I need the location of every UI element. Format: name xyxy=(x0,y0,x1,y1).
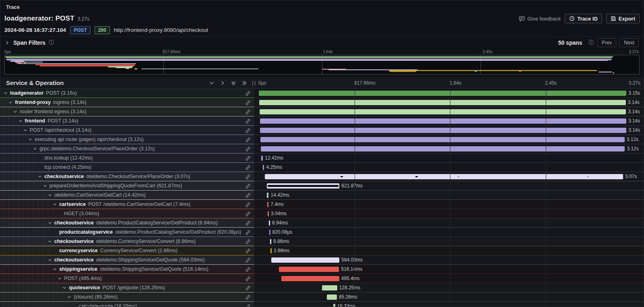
span-duration-bar[interactable]: 8.86ms xyxy=(270,239,271,244)
expand-one-icon[interactable] xyxy=(220,80,225,86)
span-duration-bar[interactable]: 3.12s xyxy=(260,137,625,142)
span-row[interactable]: frontend POST (3.14s) 3.14s xyxy=(0,116,644,126)
span-link-icon[interactable] xyxy=(245,174,251,180)
span-link-icon[interactable] xyxy=(245,257,251,263)
span-row[interactable]: quoteservice POST /getquote (128.25ms) 1… xyxy=(0,283,644,292)
span-row[interactable]: checkoutservice oteldemo.ProductCatalogS… xyxy=(0,218,644,228)
chevron-down-icon[interactable] xyxy=(48,239,53,243)
span-row[interactable]: executing api route (pages) /api/checkou… xyxy=(0,135,644,144)
span-duration-bar[interactable]: 3.15s xyxy=(259,91,626,96)
span-row[interactable]: checkoutservice oteldemo.ShippingService… xyxy=(0,255,644,265)
collapse-all-icon[interactable] xyxy=(231,80,236,86)
span-link-icon[interactable] xyxy=(245,285,251,291)
span-link-icon[interactable] xyxy=(245,183,251,189)
chevron-down-icon[interactable] xyxy=(48,221,53,225)
span-link-icon[interactable] xyxy=(245,192,251,198)
span-link-icon[interactable] xyxy=(245,90,251,96)
span-link-icon[interactable] xyxy=(245,276,251,282)
span-row[interactable]: grpc.oteldemo.CheckoutService/PlaceOrder… xyxy=(0,144,644,154)
chevron-down-icon[interactable] xyxy=(43,184,48,188)
chevron-down-icon[interactable] xyxy=(48,193,53,197)
chevron-down-icon[interactable] xyxy=(53,267,58,271)
chevron-down-icon[interactable] xyxy=(19,119,24,123)
chevron-down-icon[interactable] xyxy=(38,174,43,178)
span-duration-bar[interactable]: 12.42ms xyxy=(261,156,263,161)
minimap-canvas[interactable] xyxy=(4,55,640,75)
span-link-icon[interactable] xyxy=(245,127,251,133)
span-link-icon[interactable] xyxy=(245,220,251,226)
chevron-down-icon[interactable] xyxy=(53,202,58,206)
span-link-icon[interactable] xyxy=(245,248,251,254)
span-row[interactable]: checkoutservice oteldemo.CheckoutService… xyxy=(0,172,644,181)
chevron-down-icon[interactable] xyxy=(62,286,68,290)
span-duration-bar[interactable]: 584.03ms xyxy=(271,257,339,263)
chevron-down-icon[interactable] xyxy=(33,147,38,151)
span-row[interactable]: router frontend egress (3.14s) 3.14s xyxy=(0,107,644,116)
span-row[interactable]: calculate-quote (16.33ms) 16.33ms xyxy=(0,302,644,307)
span-link-icon[interactable] xyxy=(245,109,251,115)
filters-expand-chevron-icon[interactable] xyxy=(5,40,9,46)
span-duration-bar[interactable]: 621.87ms xyxy=(267,183,339,189)
span-row[interactable]: frontend-proxy ingress (3.14s) 3.14s xyxy=(0,98,644,107)
span-row[interactable]: loadgenerator POST (3.15s) 3.15s xyxy=(0,89,644,98)
span-duration-bar[interactable]: 820.08μs xyxy=(269,230,270,235)
expand-all-icon[interactable] xyxy=(242,80,247,86)
span-row[interactable]: POST /api/checkout (3.14s) 3.14s xyxy=(0,126,644,135)
span-link-icon[interactable] xyxy=(245,118,251,124)
span-row[interactable]: tcp.connect (4.25ms) 4.25ms xyxy=(0,163,644,172)
span-row[interactable]: {closure} (85.26ms) 85.26ms xyxy=(0,292,644,302)
span-duration-bar[interactable]: 128.25ms xyxy=(322,285,337,290)
span-row[interactable]: oteldemo.CartService/GetCart (14.42ms) 1… xyxy=(0,191,644,200)
collapse-one-icon[interactable] xyxy=(209,80,215,86)
span-duration-bar[interactable]: 6.94ms xyxy=(269,220,270,226)
prev-button[interactable]: Prev xyxy=(597,38,617,47)
span-row[interactable]: POST (495.4ms) 495.4ms xyxy=(0,274,644,283)
span-link-icon[interactable] xyxy=(245,266,251,272)
span-link-icon[interactable] xyxy=(245,229,251,235)
span-duration-bar[interactable]: 3.12s xyxy=(261,146,625,151)
span-link-icon[interactable] xyxy=(245,137,251,143)
filters-info-icon[interactable]: ⓘ xyxy=(49,39,54,46)
span-row[interactable]: HGET (3.04ms) 3.04ms xyxy=(0,209,644,218)
span-link-icon[interactable] xyxy=(245,303,251,307)
chevron-down-icon[interactable] xyxy=(28,137,33,141)
span-duration-bar[interactable]: 4.25ms xyxy=(263,165,264,170)
chevron-down-icon[interactable] xyxy=(8,100,14,104)
span-row[interactable]: productcatalogservice oteldemo.ProductCa… xyxy=(0,228,644,237)
trace-id-button[interactable]: Trace ID xyxy=(565,14,602,23)
chevron-down-icon[interactable] xyxy=(4,91,9,95)
span-duration-bar[interactable]: 85.26ms xyxy=(327,295,337,300)
chevron-down-icon[interactable] xyxy=(67,295,72,299)
export-button[interactable]: Export xyxy=(606,14,640,23)
chevron-down-icon[interactable] xyxy=(58,276,63,280)
span-link-icon[interactable] xyxy=(245,164,251,170)
span-duration-bar[interactable]: 495.4ms xyxy=(281,276,339,281)
span-link-icon[interactable] xyxy=(245,155,251,161)
panel-resize-handle[interactable] xyxy=(252,81,255,85)
span-duration-bar[interactable]: 3.14s xyxy=(259,100,625,105)
span-duration-bar[interactable]: 3.14s xyxy=(260,118,626,124)
span-duration-bar[interactable]: 3.14s xyxy=(260,128,626,133)
span-link-icon[interactable] xyxy=(245,294,251,300)
span-link-icon[interactable] xyxy=(245,239,251,245)
span-row[interactable]: prepareOrderItemsAndShippingQuoteFromCar… xyxy=(0,181,644,191)
chevron-down-icon[interactable] xyxy=(48,258,53,262)
span-duration-bar[interactable]: 3.07s xyxy=(265,174,623,179)
span-row[interactable]: cartservice POST /oteldemo.CartService/G… xyxy=(0,200,644,209)
span-row[interactable]: shippingservice oteldemo.ShippingService… xyxy=(0,265,644,274)
chevron-down-icon[interactable] xyxy=(23,128,29,132)
span-duration-bar[interactable]: 7.4ms xyxy=(267,202,268,207)
span-duration-bar[interactable]: 3.14s xyxy=(260,109,626,114)
give-feedback-link[interactable]: Give feedback xyxy=(519,16,561,22)
span-duration-bar[interactable]: 516.14ms xyxy=(279,267,339,272)
span-duration-bar[interactable]: 3.04ms xyxy=(268,211,269,216)
span-duration-bar[interactable]: 14.42ms xyxy=(267,193,268,198)
span-link-icon[interactable] xyxy=(245,100,251,106)
span-link-icon[interactable] xyxy=(245,211,251,217)
span-link-icon[interactable] xyxy=(245,201,251,207)
chevron-down-icon[interactable] xyxy=(13,110,19,114)
span-row[interactable]: currencyservice CurrencyService/Convert … xyxy=(0,246,644,255)
next-button[interactable]: Next xyxy=(619,38,639,47)
span-row[interactable]: checkoutservice oteldemo.CurrencyService… xyxy=(0,237,644,246)
span-duration-bar[interactable]: 2.66ms xyxy=(270,248,272,253)
